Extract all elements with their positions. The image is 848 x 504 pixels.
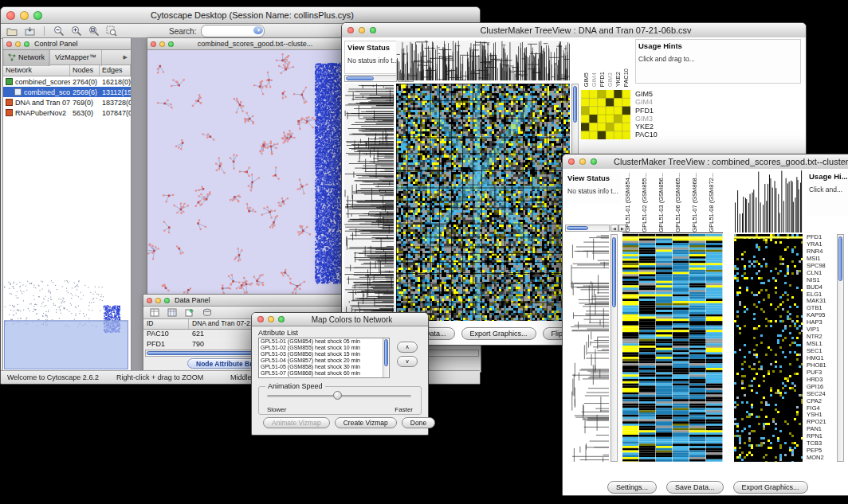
correlation-matrix[interactable] [581, 90, 630, 139]
scroll-left-icon[interactable]: ◀ [610, 225, 618, 232]
gene-label[interactable]: PEP5 [807, 447, 835, 455]
gene-label[interactable]: PAN1 [807, 426, 835, 433]
gene-label[interactable]: YRA1 [807, 241, 835, 248]
close-icon[interactable] [151, 41, 156, 47]
network-row[interactable]: combined_sco 2569(6) 13112(15) [3, 87, 131, 97]
minimize-button[interactable] [268, 316, 274, 322]
zoom-button[interactable] [278, 316, 285, 322]
zoom-selected-icon[interactable] [105, 25, 118, 37]
attribute-listbox[interactable]: GPL51-01 (GSM854) heat shock 05 minGPL51… [258, 338, 390, 378]
network-row[interactable]: combined_scores 2764(0) 16218(0) [3, 76, 131, 87]
new-attribute-icon[interactable] [183, 307, 196, 318]
scrollbar-thumb[interactable] [346, 76, 374, 80]
main-titlebar[interactable]: Cytoscape Desktop (Session Name: collins… [1, 7, 480, 24]
scrollbar-thumb[interactable] [384, 339, 388, 366]
close-button[interactable] [347, 27, 354, 33]
gene-row-label[interactable]: GIM5 [635, 90, 669, 98]
birdseye-overview[interactable] [4, 280, 128, 369]
col-network[interactable]: Network [3, 65, 70, 76]
zoom-out-icon[interactable] [53, 25, 65, 37]
gene-list-vscrollbar[interactable] [837, 234, 844, 462]
dendrogram-hscrollbar[interactable]: ◀ ▶ [344, 75, 397, 82]
network-row[interactable]: RNAPuberNov2 563(0) 107847(0) [3, 107, 131, 118]
gene-label[interactable]: SEC24 [807, 391, 835, 398]
gene-label[interactable]: YSH1 [807, 412, 835, 419]
attribute-item[interactable]: GPL51-04 (GSM857) heat shock 20 min [259, 357, 389, 364]
minimize-icon[interactable] [159, 41, 165, 47]
gene-label[interactable]: HAP3 [807, 319, 835, 326]
treeview-button[interactable]: Settings... [607, 481, 657, 494]
treeview-dna-titlebar[interactable]: ClusterMaker TreeView : DNA and Tran 07-… [342, 23, 806, 38]
gene-row-label[interactable]: PFD1 [635, 107, 669, 115]
dendrogram-hscrollbar[interactable]: ◀ ▶ [565, 225, 610, 232]
col-nodes[interactable]: Nodes [70, 65, 100, 76]
close-button[interactable] [568, 158, 575, 165]
zoom-button[interactable] [370, 27, 376, 33]
gene-row-label[interactable]: GIM4 [635, 98, 669, 106]
tab-vizmapper[interactable]: VizMapper™ [50, 49, 102, 66]
col-edges[interactable]: Edges [100, 65, 131, 76]
gene-label[interactable]: TCB3 [807, 440, 835, 447]
gene-label[interactable]: SPC98 [807, 263, 835, 270]
open-folder-icon[interactable] [6, 25, 18, 37]
tab-network[interactable]: Network [3, 49, 50, 66]
tab-overflow-arrow-icon[interactable]: ▶ [124, 54, 131, 61]
gene-label[interactable]: RPN1 [807, 433, 835, 440]
dendrogram-vscrollbar[interactable] [610, 234, 618, 462]
gene-row-label[interactable]: PAC10 [635, 131, 669, 139]
experiment-label[interactable]: GPL51-06 (GSM865... [674, 173, 681, 232]
animate-vizmap-button[interactable]: Animate Vizmap [263, 417, 330, 428]
gene-label[interactable]: GTB1 [807, 305, 835, 312]
col-id[interactable]: ID [143, 319, 189, 329]
zoom-icon[interactable] [168, 41, 174, 47]
attribute-functions-icon[interactable] [201, 307, 214, 318]
gene-row-label[interactable]: GIM3 [635, 115, 669, 123]
gene-label[interactable]: RNR4 [807, 248, 835, 256]
network-view-titlebar[interactable]: combined_scores_good.txt--cluste... [147, 38, 344, 50]
heatmap-main[interactable] [622, 234, 723, 462]
attribute-table-icon[interactable] [148, 307, 161, 318]
minimize-button[interactable] [20, 11, 29, 20]
search-dropdown-icon[interactable]: ▼ [253, 26, 263, 34]
slider-knob[interactable] [333, 391, 342, 400]
control-panel-titlebar[interactable]: Control Panel [3, 38, 131, 50]
attribute-item[interactable]: GPL51-03 (GSM856) heat shock 15 min [259, 351, 389, 357]
map-colors-titlebar[interactable]: Map Colors to Network [252, 313, 428, 326]
minimize-button[interactable] [579, 158, 586, 165]
list-vscrollbar[interactable] [383, 338, 389, 377]
close-button[interactable] [6, 11, 15, 20]
treeview-button[interactable]: Save Data... [666, 481, 724, 494]
gene-label[interactable]: NTR2 [807, 334, 835, 341]
gene-label[interactable]: PHO81 [807, 362, 835, 369]
search-input[interactable]: ▼ [201, 25, 265, 37]
attribute-item[interactable]: GPL51-05 (GSM858) heat shock 30 min [259, 364, 389, 370]
zoom-button[interactable] [591, 158, 597, 165]
gene-label[interactable]: MAK31 [807, 298, 835, 305]
experiment-label[interactable]: GPL51-02 (GSM855... [641, 173, 648, 232]
experiment-label[interactable]: GPL51-01 (GSM854... [624, 173, 631, 232]
close-icon[interactable] [147, 298, 152, 303]
gene-label[interactable]: MSI1 [807, 256, 835, 263]
column-dendrogram[interactable] [396, 41, 570, 80]
gene-label[interactable]: CLN1 [807, 270, 835, 277]
minimize-button[interactable] [359, 27, 365, 33]
move-up-button[interactable]: ∧ [397, 342, 418, 353]
scrollbar-thumb[interactable] [567, 226, 588, 230]
experiment-label[interactable]: GPL51-08 (GSM872... [708, 173, 715, 232]
heatmap-secondary[interactable] [734, 234, 803, 462]
gene-label[interactable]: VIP1 [807, 326, 835, 334]
scrollbar-thumb[interactable] [573, 86, 577, 123]
zoom-icon[interactable] [164, 298, 170, 303]
import-icon[interactable] [23, 25, 36, 37]
scrollbar-thumb[interactable] [838, 236, 842, 281]
create-vizmap-button[interactable]: Create Vizmap [335, 417, 397, 428]
minimize-icon[interactable] [155, 298, 161, 303]
row-dendrogram[interactable] [565, 234, 609, 462]
zoom-fit-icon[interactable] [88, 25, 100, 37]
gene-label[interactable]: NIS1 [807, 277, 835, 284]
heatmap-main[interactable] [396, 84, 570, 321]
select-attributes-icon[interactable] [166, 307, 179, 318]
gene-label[interactable]: CPA2 [807, 398, 835, 405]
zoom-in-icon[interactable] [70, 25, 83, 37]
attribute-item[interactable]: GPL51-01 (GSM854) heat shock 05 min [259, 338, 389, 345]
